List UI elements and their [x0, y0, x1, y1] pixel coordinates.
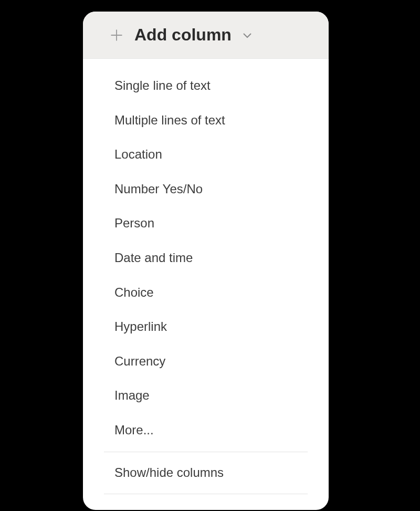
menu-item-label: Multiple lines of text	[114, 113, 225, 127]
add-column-panel: Add column Single line of text Multiple …	[83, 12, 329, 510]
menu-item-label: More...	[114, 423, 154, 437]
menu-item-choice[interactable]: Choice	[83, 275, 329, 310]
menu-item-date-time[interactable]: Date and time	[83, 241, 329, 275]
plus-icon	[109, 28, 124, 43]
column-type-menu: Single line of text Multiple lines of te…	[83, 59, 329, 510]
menu-item-label: Image	[114, 388, 150, 402]
menu-item-single-line[interactable]: Single line of text	[83, 68, 329, 103]
menu-item-number-yes-no[interactable]: Number Yes/No	[83, 172, 329, 206]
menu-item-label: Choice	[114, 285, 154, 299]
menu-item-hyperlink[interactable]: Hyperlink	[83, 309, 329, 344]
menu-item-show-hide-columns[interactable]: Show/hide columns	[83, 455, 329, 490]
menu-divider	[104, 494, 308, 494]
menu-item-label: Currency	[114, 354, 165, 368]
menu-item-more[interactable]: More...	[83, 413, 329, 447]
menu-item-person[interactable]: Person	[83, 206, 329, 241]
menu-item-label: Hyperlink	[114, 319, 167, 333]
menu-divider	[104, 452, 308, 452]
menu-item-label: Number Yes/No	[114, 182, 203, 196]
menu-item-label: Location	[114, 147, 162, 161]
menu-item-label: Single line of text	[114, 78, 211, 92]
menu-item-multiple-lines[interactable]: Multiple lines of text	[83, 103, 329, 138]
add-column-header[interactable]: Add column	[83, 12, 329, 59]
menu-item-currency[interactable]: Currency	[83, 344, 329, 379]
chevron-down-icon	[241, 29, 254, 41]
menu-item-image[interactable]: Image	[83, 378, 329, 413]
menu-item-label: Person	[114, 216, 154, 230]
menu-item-label: Date and time	[114, 251, 193, 265]
add-column-title: Add column	[134, 25, 232, 45]
menu-item-label: Show/hide columns	[114, 465, 224, 479]
menu-item-location[interactable]: Location	[83, 137, 329, 172]
